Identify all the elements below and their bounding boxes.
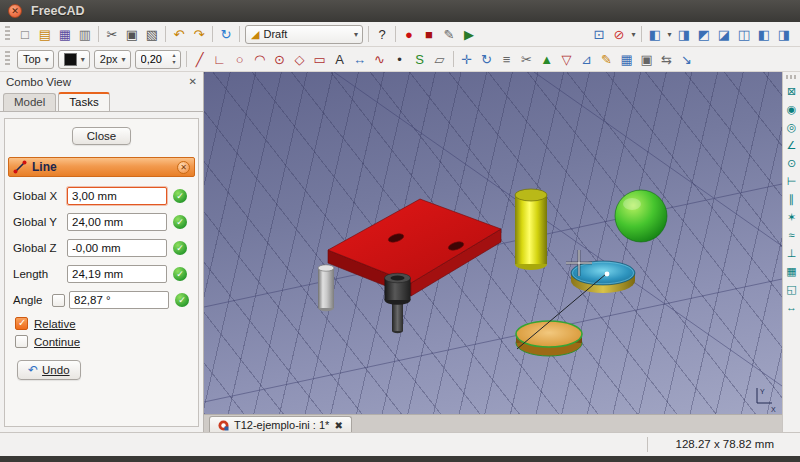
dimension-icon[interactable]: ↔ (350, 49, 370, 69)
view-rear-icon[interactable]: ◫ (734, 24, 754, 44)
circle-icon[interactable]: ○ (230, 49, 250, 69)
bspline-icon[interactable]: ∿ (370, 49, 390, 69)
object-orange-disk[interactable] (516, 321, 582, 356)
global-x-input[interactable] (67, 187, 167, 205)
relative-label[interactable]: Relative (34, 318, 76, 330)
spin-up-icon[interactable]: ▴ (173, 52, 176, 59)
tab-model[interactable]: Model (3, 93, 56, 111)
snap-working-plane-icon[interactable]: ◱ (784, 281, 800, 297)
object-red-plate[interactable] (328, 199, 501, 296)
close-task-button[interactable]: Close (72, 127, 131, 145)
macro-edit-icon[interactable]: ✎ (439, 24, 459, 44)
downgrade-icon[interactable]: ▽ (557, 49, 577, 69)
panel-close-icon[interactable]: ✕ (189, 76, 197, 87)
draw-style-icon[interactable]: ⊘ (609, 24, 629, 44)
polygon-icon[interactable]: ◇ (290, 49, 310, 69)
new-document-icon[interactable]: □ (15, 24, 35, 44)
scale-icon[interactable]: ⊿ (577, 49, 597, 69)
point-icon[interactable]: • (390, 49, 410, 69)
view-front-icon[interactable]: ◨ (674, 24, 694, 44)
snap-parallel-icon[interactable]: ∥ (784, 191, 800, 207)
snap-grid-icon[interactable]: ▦ (784, 263, 800, 279)
undo-icon[interactable]: ↶ (169, 24, 189, 44)
object-green-sphere[interactable] (615, 190, 667, 242)
stretch-icon[interactable]: ↘ (677, 49, 697, 69)
snap-center-icon[interactable]: ⊙ (784, 155, 800, 171)
edit-icon[interactable]: ✎ (597, 49, 617, 69)
view-menu-arrow-icon[interactable]: ▾ (665, 24, 674, 44)
object-gray-cylinder[interactable] (318, 265, 334, 311)
snap-midpoint-icon[interactable]: ◎ (784, 119, 800, 135)
angle-lock-checkbox[interactable] (52, 294, 65, 307)
window-close-button[interactable]: ✕ (8, 4, 22, 18)
text-icon[interactable]: A (330, 49, 350, 69)
save-icon[interactable]: ▦ (55, 24, 75, 44)
spinbox-arrows[interactable]: ▴ ▾ (173, 52, 176, 65)
snap-ortho-icon[interactable]: ⊥ (784, 245, 800, 261)
global-y-input[interactable] (67, 213, 167, 231)
rectangle-icon[interactable]: ▭ (310, 49, 330, 69)
scale-spinbox-input[interactable] (141, 53, 169, 65)
rotate-icon[interactable]: ↻ (477, 49, 497, 69)
view-top-icon[interactable]: ◩ (694, 24, 714, 44)
draw-style-arrow-icon[interactable]: ▾ (629, 24, 638, 44)
snap-endpoint-icon[interactable]: ◉ (784, 101, 800, 117)
task-header-close-icon[interactable]: ✕ (177, 161, 190, 174)
view-isometric-icon[interactable]: ◧ (645, 24, 665, 44)
facebinder-icon[interactable]: ▱ (430, 49, 450, 69)
ellipse-icon[interactable]: ⊙ (270, 49, 290, 69)
line-width-selector[interactable]: 2px ▾ (94, 50, 131, 69)
view-right-icon[interactable]: ◪ (714, 24, 734, 44)
refresh-icon[interactable]: ↻ (216, 24, 236, 44)
angle-input[interactable] (69, 291, 169, 309)
move-icon[interactable]: ✛ (457, 49, 477, 69)
macro-execute-icon[interactable]: ▶ (459, 24, 479, 44)
continue-checkbox[interactable] (15, 335, 28, 348)
snap-lock-icon[interactable]: ⊠ (784, 83, 800, 99)
document-tab[interactable]: T12-ejemplo-ini : 1* ✖ (209, 416, 352, 433)
offset-icon[interactable]: ≡ (497, 49, 517, 69)
clone-icon[interactable]: ▣ (637, 49, 657, 69)
snap-angle-icon[interactable]: ∠ (784, 137, 800, 153)
spin-down-icon[interactable]: ▾ (173, 59, 176, 66)
line-color-selector[interactable]: ▾ (58, 50, 90, 69)
fit-all-icon[interactable]: ⊡ (589, 24, 609, 44)
tab-close-icon[interactable]: ✖ (334, 420, 342, 431)
cut-icon[interactable]: ✂ (102, 24, 122, 44)
macro-stop-icon[interactable]: ■ (419, 24, 439, 44)
3d-viewport[interactable]: Y X (204, 72, 782, 414)
print-icon[interactable]: ▥ (75, 24, 95, 44)
copy-icon[interactable]: ▣ (122, 24, 142, 44)
whatsthis-icon[interactable]: ? (372, 24, 392, 44)
scale-spinbox[interactable]: ▴ ▾ (135, 50, 181, 69)
line-icon[interactable]: ╱ (190, 49, 210, 69)
line-task-header[interactable]: Line ✕ (8, 157, 195, 177)
toolbar-handle[interactable] (5, 26, 10, 42)
upgrade-icon[interactable]: ▲ (537, 49, 557, 69)
array-icon[interactable]: ▦ (617, 49, 637, 69)
toolbar-handle[interactable] (5, 51, 10, 67)
object-black-bolt[interactable] (385, 273, 411, 333)
workbench-selector[interactable]: ◢ Draft ▾ (245, 25, 363, 44)
toolbar-handle[interactable] (786, 75, 798, 79)
working-plane-selector[interactable]: Top ▾ (17, 50, 54, 69)
relative-checkbox[interactable] (15, 317, 28, 330)
tab-tasks[interactable]: Tasks (58, 92, 109, 111)
undo-button[interactable]: ↶ Undo (17, 360, 81, 380)
mirror-icon[interactable]: ⇆ (657, 49, 677, 69)
snap-extension-icon[interactable]: ⊢ (784, 173, 800, 189)
polyline-icon[interactable]: ∟ (210, 49, 230, 69)
continue-label[interactable]: Continue (34, 336, 80, 348)
global-z-input[interactable] (67, 239, 167, 257)
paste-icon[interactable]: ▧ (142, 24, 162, 44)
trimex-icon[interactable]: ✂ (517, 49, 537, 69)
snap-special-icon[interactable]: ✶ (784, 209, 800, 225)
macro-record-icon[interactable]: ● (399, 24, 419, 44)
view-bottom-icon[interactable]: ◧ (754, 24, 774, 44)
open-document-icon[interactable]: ▤ (35, 24, 55, 44)
redo-icon[interactable]: ↷ (189, 24, 209, 44)
shapestring-icon[interactable]: S (410, 49, 430, 69)
arc-icon[interactable]: ◠ (250, 49, 270, 69)
length-input[interactable] (67, 265, 167, 283)
view-left-icon[interactable]: ◨ (774, 24, 794, 44)
